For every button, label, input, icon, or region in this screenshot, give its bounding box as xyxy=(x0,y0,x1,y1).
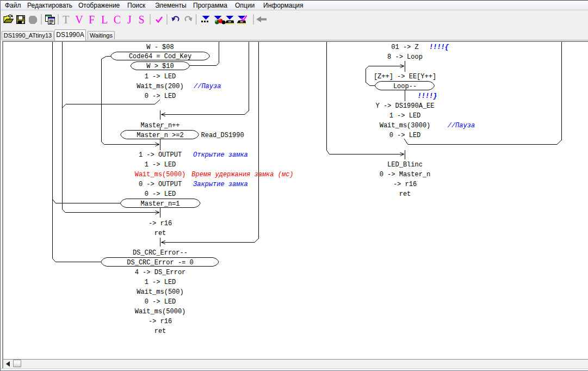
svg-text:0 -> LED: 0 -> LED xyxy=(145,190,176,198)
svg-text://Пауза: //Пауза xyxy=(448,122,475,129)
svg-text:ret: ret xyxy=(154,327,166,335)
svg-text:Master_n >=2: Master_n >=2 xyxy=(137,132,183,139)
svg-text:Время удержания замка (мс): Время удержания замка (мс) xyxy=(191,171,293,178)
svg-text:ret: ret xyxy=(399,190,411,198)
svg-text:Открытие замка: Открытие замка xyxy=(193,151,248,159)
svg-text:0 -> Master_n: 0 -> Master_n xyxy=(380,171,431,178)
svg-text://Пауза: //Пауза xyxy=(194,83,221,90)
svg-text:ret: ret xyxy=(154,230,166,237)
svg-text:0 -> OUTPUT: 0 -> OUTPUT xyxy=(139,181,182,188)
svg-text:1 -> OUTPUT: 1 -> OUTPUT xyxy=(139,151,182,159)
svg-text:Wait_ms(200): Wait_ms(200) xyxy=(137,83,183,90)
svg-text:Loop--: Loop-- xyxy=(393,83,417,90)
svg-text:Y -> DS1990A_EE: Y -> DS1990A_EE xyxy=(375,102,434,110)
svg-text:0 -> LED: 0 -> LED xyxy=(389,132,421,139)
svg-text:Закрытие замка: Закрытие замка xyxy=(193,181,248,188)
svg-text:Wait_ms(3000): Wait_ms(3000) xyxy=(380,122,431,129)
svg-text:1 -> LED: 1 -> LED xyxy=(145,279,176,286)
svg-text:Read_DS1990: Read_DS1990 xyxy=(201,132,244,139)
svg-text:1 -> LED: 1 -> LED xyxy=(145,73,176,81)
svg-text:Wait_ms(5000): Wait_ms(5000) xyxy=(135,308,186,316)
svg-text:-> r16: -> r16 xyxy=(148,220,172,227)
svg-text:Wait_ms(5000): Wait_ms(5000) xyxy=(135,171,186,178)
svg-text:Code64 = Cod_Key: Code64 = Cod_Key xyxy=(129,53,191,60)
svg-text:Wait_ms(500): Wait_ms(500) xyxy=(137,288,183,296)
svg-text:01 -> Z: 01 -> Z xyxy=(391,44,418,51)
svg-text:!!!!}: !!!!} xyxy=(418,92,437,100)
svg-text:Master_n=1: Master_n=1 xyxy=(140,200,180,208)
svg-text:[Z++] -> EE[Y++]: [Z++] -> EE[Y++] xyxy=(374,73,436,81)
svg-text:DS_CRC_Error -= 0: DS_CRC_Error -= 0 xyxy=(127,259,193,267)
svg-text:Master_n++: Master_n++ xyxy=(140,122,180,129)
svg-text:-> r16: -> r16 xyxy=(148,318,172,325)
svg-text:0 -> LED: 0 -> LED xyxy=(145,92,176,100)
svg-text:1 -> LED: 1 -> LED xyxy=(389,112,421,120)
svg-text:4 -> DS_Error: 4 -> DS_Error xyxy=(135,269,186,276)
svg-text:DS_CRC_Error--: DS_CRC_Error-- xyxy=(133,249,188,257)
svg-text:8 -> Loop: 8 -> Loop xyxy=(387,53,423,61)
svg-text:LED_Blinc: LED_Blinc xyxy=(387,161,423,169)
svg-text:W - $08: W - $08 xyxy=(146,44,174,51)
svg-text:-> r16: -> r16 xyxy=(393,181,417,188)
svg-text:0 -> LED: 0 -> LED xyxy=(145,298,176,306)
svg-text:!!!!{: !!!!{ xyxy=(429,44,449,51)
svg-text:1 -> LED: 1 -> LED xyxy=(145,161,176,169)
svg-text:W > $10: W > $10 xyxy=(146,63,174,70)
